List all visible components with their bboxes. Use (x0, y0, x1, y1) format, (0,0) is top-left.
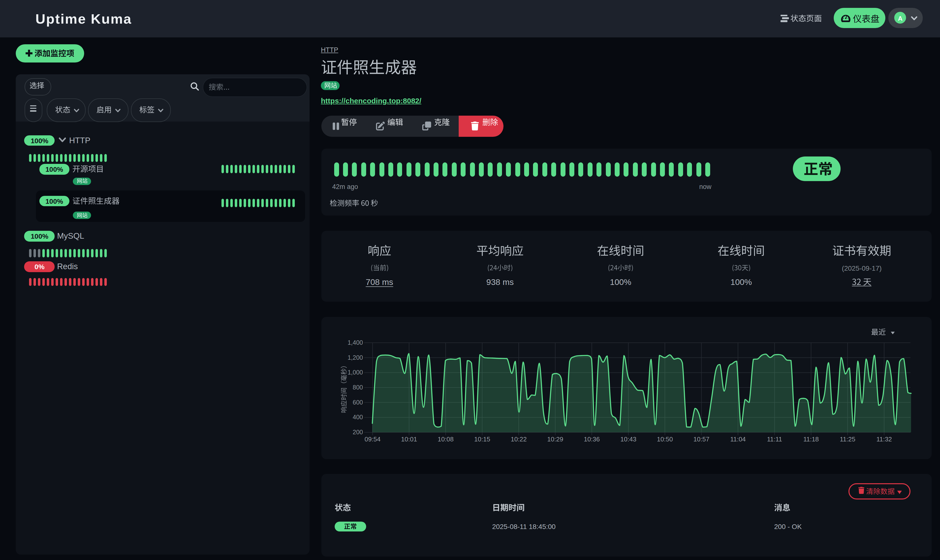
svg-text:10:01: 10:01 (401, 435, 417, 443)
svg-text:09:54: 09:54 (365, 435, 380, 443)
svg-text:11:25: 11:25 (840, 435, 855, 443)
svg-text:11:18: 11:18 (803, 435, 819, 443)
svg-text:10:08: 10:08 (437, 435, 454, 443)
svg-text:600: 600 (352, 399, 363, 406)
svg-text:10:50: 10:50 (657, 435, 673, 443)
svg-text:11:04: 11:04 (730, 435, 746, 443)
svg-text:800: 800 (352, 384, 363, 391)
svg-text:11:32: 11:32 (876, 435, 892, 443)
svg-text:10:15: 10:15 (474, 435, 490, 443)
svg-text:10:57: 10:57 (694, 435, 709, 443)
svg-text:400: 400 (352, 414, 363, 420)
svg-text:10:29: 10:29 (547, 435, 563, 443)
svg-text:1,000: 1,000 (348, 369, 363, 376)
svg-text:10:22: 10:22 (511, 435, 526, 443)
svg-text:10:43: 10:43 (620, 435, 636, 443)
svg-text:200: 200 (352, 429, 363, 435)
svg-text:1,400: 1,400 (348, 339, 363, 346)
svg-text:1,200: 1,200 (348, 354, 363, 361)
svg-text:11:11: 11:11 (767, 435, 782, 443)
svg-text:10:36: 10:36 (584, 435, 600, 443)
